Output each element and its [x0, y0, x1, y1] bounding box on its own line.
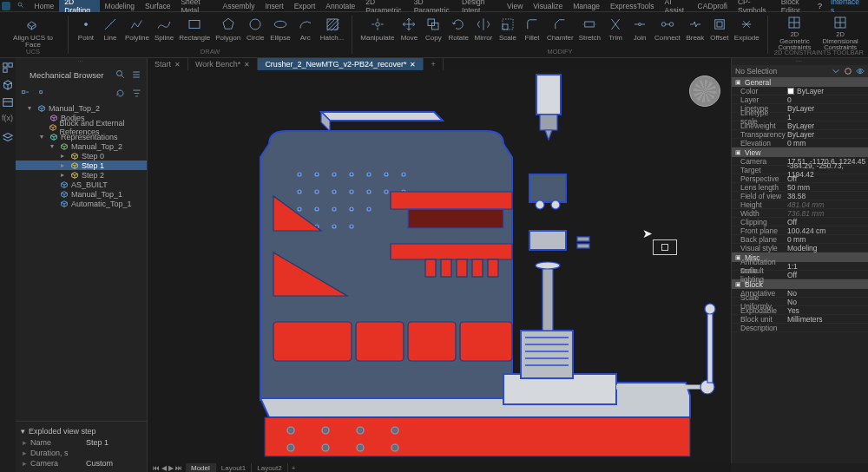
prop-block-unit[interactable]: Block unitMillimeters	[732, 315, 868, 324]
prop-target[interactable]: Target-384.29, -250.73, 1194.42	[732, 166, 868, 174]
search-icon[interactable]	[17, 2, 24, 10]
tree-node-manual_top_2[interactable]: ▾Manual_Top_2	[16, 141, 147, 151]
menu-manage[interactable]: Manage	[568, 2, 605, 10]
line-button[interactable]: Line	[98, 14, 122, 49]
prop-field-of-view[interactable]: Field of view38.58	[732, 192, 868, 200]
copy-button[interactable]: Copy	[421, 14, 445, 49]
prop-layer[interactable]: Layer0	[732, 95, 868, 104]
prop-explodable[interactable]: ExplodableYes	[732, 306, 868, 315]
collapse-icon[interactable]	[21, 88, 30, 98]
chevron-down-icon[interactable]: ▾	[21, 427, 25, 436]
arc-button[interactable]: Arc	[293, 14, 318, 49]
prop-lens-length[interactable]: Lens length50 mm	[732, 183, 868, 192]
props-section-general[interactable]: ▣General	[732, 77, 868, 87]
filter-icon[interactable]	[844, 67, 852, 75]
fillet-button[interactable]: Fillet	[520, 14, 544, 49]
prop-perspective[interactable]: PerspectiveOff	[732, 174, 868, 183]
eye-icon[interactable]	[856, 67, 865, 75]
first-icon[interactable]: ⏮	[153, 464, 160, 472]
props-section-view[interactable]: ▣View	[732, 148, 868, 157]
search-icon[interactable]	[115, 69, 126, 80]
prop-lineweight[interactable]: LineweightByLayer	[732, 121, 868, 130]
manipulate-button[interactable]: Manipulate	[358, 14, 397, 49]
add-tab-button[interactable]: +	[424, 58, 443, 70]
menu-home[interactable]: Home	[30, 2, 60, 10]
prop-elevation[interactable]: Elevation0 mm	[732, 139, 868, 148]
2d-geometric-constraints-button[interactable]: 2D GeometricConstraints	[773, 14, 817, 50]
menu-icon[interactable]	[131, 69, 141, 80]
panel-grip[interactable]: ⋯	[732, 58, 868, 65]
close-icon[interactable]: ✕	[244, 61, 250, 69]
prop-default-lighting[interactable]: Default lightingOff	[732, 271, 868, 279]
prop-description[interactable]: Description	[732, 324, 868, 332]
spline-button[interactable]: Spline	[152, 14, 176, 49]
model-viewport[interactable]: ➤	[148, 70, 731, 463]
point-button[interactable]: Point	[74, 14, 98, 49]
prop-transparency[interactable]: TransparencyByLayer	[732, 130, 868, 139]
close-icon[interactable]: ✕	[174, 61, 181, 69]
rotate-button[interactable]: Rotate	[445, 14, 471, 49]
tree-node-step-0[interactable]: ▸Step 0	[16, 151, 147, 161]
refresh-icon[interactable]	[115, 88, 125, 98]
rectangle-button[interactable]: Rectangle	[176, 14, 213, 49]
prev-icon[interactable]: ◀	[161, 464, 167, 472]
step-prop-name[interactable]: ▸NameStep 1	[17, 437, 145, 448]
tree-node-step-2[interactable]: ▸Step 2	[16, 170, 147, 180]
doc-tab-crusher_2_newmtg_v2-pb24_recover-[interactable]: Crusher_2_NewMTG_v2-PB24_recover*✕	[258, 58, 424, 70]
tree-node-as_built[interactable]: AS_BUILT	[16, 180, 147, 189]
menu-cadprofi[interactable]: CADprofi	[693, 2, 733, 10]
prop-back-plane[interactable]: Back plane0 mm	[732, 235, 868, 244]
panel-grip[interactable]: ⋯	[16, 58, 147, 65]
layout-tab-model[interactable]: Model	[186, 463, 216, 472]
menu-annotate[interactable]: Annotate	[320, 2, 360, 10]
prop-width[interactable]: Width736.81 mm	[732, 209, 868, 218]
tree-node-block-and-external-references[interactable]: Block and External References	[16, 122, 147, 132]
layers-icon[interactable]	[2, 131, 14, 143]
menu-expresstools[interactable]: ExpressTools	[605, 2, 660, 10]
trim-button[interactable]: Trim	[603, 14, 628, 49]
stretch-button[interactable]: Stretch	[576, 14, 603, 49]
close-icon[interactable]: ✕	[410, 61, 416, 69]
menu-export[interactable]: Export	[289, 2, 321, 10]
step-prop-duration-s[interactable]: ▸Duration, s	[17, 448, 145, 458]
menu-visualize[interactable]: Visualize	[528, 2, 568, 10]
doc-tab-work-bench-[interactable]: Work Bench*✕	[188, 58, 258, 70]
offset-button[interactable]: Offset	[707, 14, 732, 49]
menu-insert[interactable]: Insert	[260, 2, 288, 10]
tree-node-automatic_top_1[interactable]: Automatic_Top_1	[16, 199, 147, 208]
break-button[interactable]: Break	[683, 14, 707, 49]
hatch--button[interactable]: Hatch...	[318, 14, 347, 49]
step-prop-camera[interactable]: ▸CameraCustom	[17, 458, 145, 469]
chamfer-button[interactable]: Chamfer	[544, 14, 576, 49]
cube-icon[interactable]	[2, 79, 14, 91]
explode-button[interactable]: Explode	[732, 14, 762, 49]
mirror-button[interactable]: Mirror	[471, 14, 496, 49]
join-button[interactable]: Join	[628, 14, 652, 49]
tree-node-manual_top_2[interactable]: ▾Manual_Top_2	[16, 103, 147, 113]
tree-icon[interactable]	[2, 96, 14, 108]
tree-node-step-1[interactable]: ▸Step 1	[16, 161, 147, 170]
2d-dimensional-constraints-button[interactable]: 2D DimensionalConstraints	[816, 14, 865, 50]
menu-surface[interactable]: Surface	[140, 2, 175, 10]
prop-scale-uniformly[interactable]: Scale UniformlyNo	[732, 298, 868, 306]
menu-modeling[interactable]: Modeling	[100, 2, 141, 10]
menu-assembly[interactable]: Assembly	[218, 2, 260, 10]
menu-view[interactable]: View	[502, 2, 528, 10]
next-icon[interactable]: ▶	[168, 464, 174, 472]
prop-visual-style[interactable]: Visual styleModeling	[732, 244, 868, 252]
prop-color[interactable]: ColorByLayer	[732, 87, 868, 95]
align-ucs-button[interactable]: Align UCS to Face	[3, 14, 62, 49]
dropdown-icon[interactable]	[832, 67, 840, 75]
ellipse-button[interactable]: Ellipse	[267, 14, 293, 49]
doc-tab-start[interactable]: Start✕	[148, 58, 188, 70]
panel-icon-1[interactable]	[2, 62, 14, 74]
tree-node-manual_top_1[interactable]: Manual_Top_1	[16, 189, 147, 199]
prop-front-plane[interactable]: Front plane100.424 cm	[732, 226, 868, 235]
last-icon[interactable]: ⏭	[175, 464, 182, 472]
add-layout-button[interactable]: +	[288, 464, 299, 472]
connect-button[interactable]: Connect	[652, 14, 683, 49]
filter-icon[interactable]	[132, 88, 141, 98]
view-cube[interactable]	[689, 75, 720, 107]
scale-button[interactable]: Scale	[496, 14, 520, 49]
prop-linetype-scale[interactable]: Linetype scale1	[732, 113, 868, 121]
